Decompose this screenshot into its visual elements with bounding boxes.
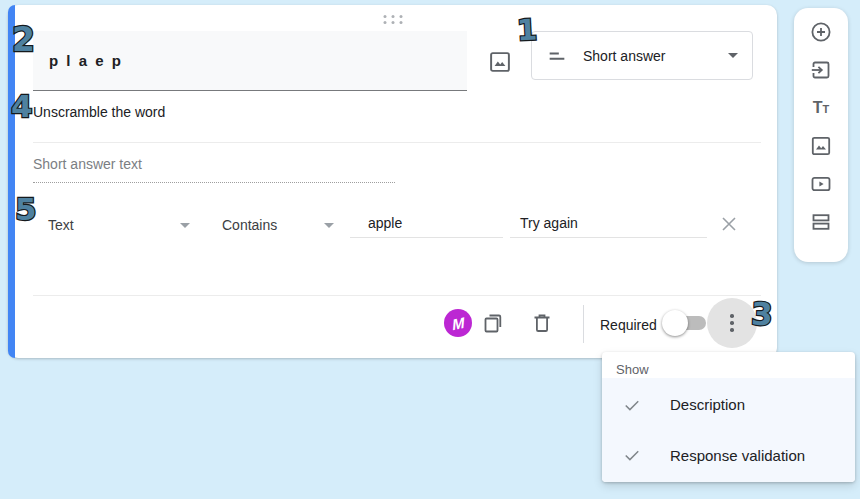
duplicate-icon: [481, 311, 505, 335]
close-icon: [720, 215, 738, 233]
question-title-value: p l a e p: [49, 52, 123, 69]
checkmark-icon: [622, 445, 642, 465]
video-icon: [809, 172, 833, 196]
duplicate-button[interactable]: [481, 311, 505, 335]
add-title-description-button[interactable]: TT: [809, 96, 833, 120]
side-toolbar: TT: [794, 8, 848, 262]
delete-button[interactable]: [530, 311, 554, 335]
validation-pattern-input[interactable]: apple: [350, 208, 503, 238]
drag-handle-icon[interactable]: [383, 15, 402, 24]
menu-item-response-validation[interactable]: Response validation: [602, 431, 855, 479]
divider: [583, 305, 584, 343]
required-toggle[interactable]: [662, 310, 708, 336]
image-icon: [487, 49, 513, 75]
menu-header: Show: [602, 352, 855, 377]
divider: [33, 142, 761, 143]
import-questions-button[interactable]: [809, 58, 833, 82]
more-vertical-icon: [730, 314, 734, 318]
toggle-knob: [662, 310, 688, 336]
add-video-button[interactable]: [809, 172, 833, 196]
add-image-button[interactable]: [809, 134, 833, 158]
addon-m-badge-icon[interactable]: M: [444, 309, 472, 337]
selection-indicator: [8, 5, 15, 358]
validation-type-dropdown[interactable]: Text: [48, 212, 190, 238]
question-type-label: Short answer: [583, 48, 665, 64]
remove-validation-button[interactable]: [720, 215, 738, 233]
menu-item-label: Response validation: [670, 447, 805, 464]
menu-item-label: Description: [670, 396, 745, 413]
question-card: p l a e p Short answer Unscramble the wo…: [8, 5, 777, 358]
import-icon: [809, 58, 833, 82]
validation-type-value: Text: [48, 217, 74, 233]
plus-circle-icon: [809, 20, 833, 44]
image-icon: [809, 134, 833, 158]
chevron-down-icon: [180, 223, 190, 228]
checkmark-icon: [622, 395, 642, 415]
validation-condition-value: Contains: [222, 217, 277, 233]
description-input[interactable]: Unscramble the word: [33, 104, 165, 120]
more-options-button[interactable]: [707, 298, 757, 348]
validation-error-message-input[interactable]: Try again: [510, 208, 707, 238]
add-section-button[interactable]: [809, 210, 833, 234]
menu-items: Description Response validation: [602, 378, 855, 482]
google-forms-editor: p l a e p Short answer Unscramble the wo…: [0, 0, 860, 499]
chevron-down-icon: [324, 223, 334, 228]
validation-condition-dropdown[interactable]: Contains: [222, 212, 334, 238]
add-image-to-question-button[interactable]: [487, 49, 513, 75]
chevron-down-icon: [728, 53, 738, 58]
section-icon: [809, 210, 833, 234]
show-options-menu: Show Description Response validation: [602, 352, 855, 482]
question-title-input[interactable]: p l a e p: [33, 31, 467, 91]
text-Tt-icon: TT: [813, 99, 830, 116]
menu-item-description[interactable]: Description: [602, 381, 855, 429]
short-answer-preview: Short answer text: [33, 156, 395, 183]
divider: [33, 295, 761, 296]
add-question-button[interactable]: [809, 20, 833, 44]
required-label: Required: [600, 317, 657, 333]
question-type-dropdown[interactable]: Short answer: [531, 31, 753, 80]
trash-icon: [530, 311, 554, 335]
short-answer-icon: [546, 45, 568, 67]
